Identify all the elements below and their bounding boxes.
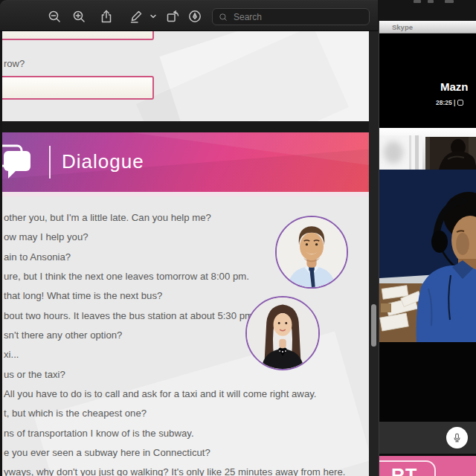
window-gap bbox=[369, 31, 379, 476]
skype-call-screen: Mazn 28:25 | bbox=[379, 33, 476, 476]
self-video-thumbnail[interactable] bbox=[379, 135, 422, 170]
dialogue-line: All you have to do is to call and ask fo… bbox=[4, 385, 369, 404]
menubar-icon-fragment bbox=[428, 0, 434, 3]
rotate-icon bbox=[165, 9, 180, 24]
dialogue-line: e you ever seen a subway here in Connect… bbox=[4, 443, 369, 463]
window-frame-highlight bbox=[415, 135, 419, 170]
remote-video-thumbnail[interactable] bbox=[425, 137, 476, 170]
markup-toolbar-toggle[interactable] bbox=[187, 8, 203, 25]
share-icon bbox=[99, 9, 114, 24]
preview-toolbar bbox=[0, 0, 378, 31]
mute-microphone-button[interactable] bbox=[446, 427, 468, 448]
page-edge-strip bbox=[2, 192, 369, 196]
answer-input-box[interactable] bbox=[2, 31, 154, 40]
call-timer-text: 28:25 | bbox=[436, 99, 455, 106]
page-separator bbox=[2, 121, 369, 132]
self-video-blur bbox=[384, 141, 403, 164]
pen-nib-circle-icon bbox=[187, 9, 202, 24]
dialogue-line: yways, why don't you just go walking? It… bbox=[4, 463, 369, 476]
search-input[interactable] bbox=[232, 11, 351, 23]
answer-input-box[interactable] bbox=[2, 76, 154, 100]
main-video-feed bbox=[379, 170, 476, 342]
dialogue-line: that long! What time is the next bus? bbox=[4, 286, 369, 306]
zoom-in-icon bbox=[71, 9, 86, 24]
window-frame-highlight bbox=[409, 135, 411, 170]
marker-icon bbox=[129, 9, 144, 24]
screen: row? Dialogue other you, but I'm a littl… bbox=[0, 0, 476, 476]
section-title: Dialogue bbox=[62, 150, 144, 173]
rotate-button[interactable] bbox=[164, 8, 181, 25]
question-text-fragment: row? bbox=[4, 58, 25, 69]
video-thumbnails-strip bbox=[379, 128, 476, 170]
zoom-in-button[interactable] bbox=[71, 8, 87, 25]
skype-window-title: Skype bbox=[392, 23, 413, 31]
female-speaker-avatar bbox=[245, 296, 320, 370]
dialogue-line: ns of transportation I know of is the su… bbox=[4, 424, 369, 443]
scrollbar-thumb[interactable] bbox=[371, 304, 376, 347]
menubar-icon-fragment bbox=[414, 0, 421, 3]
dialogue-line: t, but which is the cheapest one? bbox=[4, 404, 369, 423]
call-timer: 28:25 | bbox=[436, 99, 463, 106]
pink-panel: RT bbox=[379, 456, 476, 476]
start-button[interactable]: RT bbox=[379, 460, 436, 476]
male-speaker-avatar bbox=[275, 216, 348, 289]
skype-titlebar[interactable]: Skype bbox=[379, 21, 476, 33]
menubar-icon-fragment bbox=[445, 0, 454, 3]
dialogue-line: us or the taxi? bbox=[4, 365, 369, 385]
banner-divider bbox=[49, 146, 51, 178]
call-control-bar bbox=[379, 422, 476, 454]
markup-pen-button[interactable] bbox=[128, 8, 144, 25]
search-icon bbox=[219, 13, 228, 22]
chevron-down-icon bbox=[149, 13, 157, 20]
call-quality-icon bbox=[457, 100, 463, 106]
pen-dropdown-button[interactable] bbox=[147, 8, 159, 25]
zoom-out-button[interactable] bbox=[46, 8, 62, 25]
video-letterbox bbox=[379, 342, 476, 422]
document-page: row? Dialogue other you, but I'm a littl… bbox=[2, 31, 369, 476]
search-field[interactable] bbox=[212, 8, 370, 25]
caller-name: Mazn bbox=[440, 80, 469, 93]
speech-bubbles-icon bbox=[2, 143, 44, 184]
share-button[interactable] bbox=[98, 8, 115, 25]
zoom-out-icon bbox=[47, 9, 62, 24]
microphone-icon bbox=[451, 432, 463, 443]
skype-window: Skype Mazn 28:25 | bbox=[379, 21, 476, 476]
dialogue-section-banner: Dialogue bbox=[2, 132, 369, 192]
